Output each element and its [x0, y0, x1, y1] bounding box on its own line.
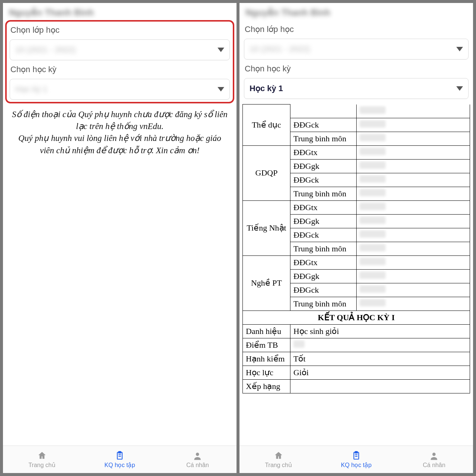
nav-label: Trang chủ: [28, 461, 55, 469]
semester-select[interactable]: Học kỳ 1: [10, 79, 230, 100]
summary-row: Điểm TB: [243, 338, 470, 352]
svg-rect-1: [119, 451, 121, 453]
metric-cell: ĐĐGck: [290, 173, 357, 187]
summary-label: Học lực: [243, 366, 290, 379]
class-select[interactable]: 10 (2021 - 2022): [10, 39, 230, 60]
class-select[interactable]: 10 (2021 - 2022): [244, 39, 469, 60]
summary-label: Xếp hạng: [243, 379, 290, 393]
metric-cell: Trung bình môn: [290, 297, 357, 311]
summary-label: Hạnh kiểm: [243, 352, 290, 366]
home-icon: [37, 450, 47, 461]
chevron-down-icon: [456, 86, 463, 91]
subject-cell: GDQP: [243, 145, 290, 200]
metric-cell: ĐĐGck: [290, 118, 357, 132]
summary-row: Hạnh kiểmTốt: [243, 352, 470, 366]
semester-label: Chọn học kỳ: [244, 62, 469, 75]
value-cell: [357, 132, 470, 145]
nav-label: Cá nhân: [186, 462, 209, 469]
nav-results[interactable]: KQ học tập: [81, 446, 158, 473]
semester-label: Chọn học kỳ: [10, 63, 230, 76]
summary-value: Học sinh giỏi: [290, 324, 470, 338]
value-cell: [357, 228, 470, 242]
clipboard-icon: [351, 450, 361, 461]
value-cell: [357, 214, 470, 228]
metric-cell: ĐĐGgk: [290, 214, 357, 228]
chevron-down-icon: [218, 48, 224, 52]
nav-home[interactable]: Trang chủ: [3, 446, 81, 473]
class-label: Chọn lớp học: [10, 24, 230, 36]
class-label: Chọn lớp học: [244, 23, 469, 36]
nav-label: Trang chủ: [265, 461, 292, 469]
semester-select[interactable]: Học kỳ 1: [244, 78, 469, 99]
value-cell: [357, 118, 470, 132]
metric-cell: Trung bình môn: [290, 187, 357, 200]
bottom-nav: Trang chủ KQ học tập Cá nhân: [239, 446, 473, 473]
table-row: GDQP ĐĐGtx: [243, 145, 470, 159]
screen-left: Nguyễn Thanh Bình Chọn lớp học 10 (2021 …: [3, 3, 237, 473]
value-cell: [357, 145, 470, 159]
value-cell: [357, 173, 470, 187]
class-select-value: 10 (2021 - 2022): [250, 44, 310, 54]
info-message: Số điện thoại của Quý phụ huynh chưa đượ…: [3, 103, 237, 162]
nav-profile[interactable]: Cá nhân: [159, 446, 237, 473]
metric-cell: ĐĐGtx: [290, 255, 357, 269]
svg-point-9: [432, 453, 436, 456]
value-cell: [357, 269, 470, 283]
semester-select-value: Học kỳ 1: [250, 84, 283, 93]
metric-cell: ĐĐGgk: [290, 269, 357, 283]
bottom-nav: Trang chủ KQ học tập Cá nhân: [3, 446, 237, 473]
selectors-group-highlight: Chọn lớp học 10 (2021 - 2022) Chọn học k…: [5, 20, 234, 103]
svg-point-4: [196, 453, 199, 456]
summary-row: Xếp hạng: [243, 379, 470, 393]
grades-table-area: Thể dục ĐĐGck Trung bình môn GDQP ĐĐGtx …: [239, 102, 473, 446]
metric-cell: ĐĐGtx: [290, 200, 357, 214]
metric-cell: ĐĐGck: [290, 283, 357, 297]
metric-cell: ĐĐGck: [290, 228, 357, 242]
value-cell: [357, 255, 470, 269]
chevron-down-icon: [218, 87, 224, 91]
info-message-line: Quý phụ huynh vui lòng liên hệ với nhà t…: [10, 132, 229, 156]
nav-label: KQ học tập: [104, 461, 135, 469]
table-row: Nghề PT ĐĐGtx: [243, 255, 470, 269]
nav-label: KQ học tập: [341, 461, 372, 469]
value-cell: [357, 159, 470, 173]
selectors-group: Chọn lớp học 10 (2021 - 2022) Chọn học k…: [239, 20, 473, 102]
table-row: Tiếng Nhật ĐĐGtx: [243, 200, 470, 214]
metric-cell: ĐĐGgk: [290, 159, 357, 173]
student-name: Nguyễn Thanh Bình: [239, 3, 473, 20]
grades-table: Thể dục ĐĐGck Trung bình môn GDQP ĐĐGtx …: [242, 104, 470, 393]
subject-cell: Tiếng Nhật: [243, 200, 290, 255]
summary-row: Danh hiệuHọc sinh giỏi: [243, 324, 470, 338]
metric-cell: [290, 104, 357, 118]
value-cell: [357, 200, 470, 214]
value-cell: [357, 187, 470, 200]
nav-label: Cá nhân: [423, 462, 446, 469]
subject-cell: Nghề PT: [243, 255, 290, 311]
chevron-down-icon: [456, 47, 463, 51]
summary-label: Điểm TB: [243, 338, 290, 352]
screen-right: Nguyễn Thanh Bình Chọn lớp học 10 (2021 …: [239, 3, 473, 473]
value-cell: [357, 242, 470, 255]
person-icon: [429, 451, 439, 461]
summary-value: [290, 338, 470, 352]
summary-value: Tốt: [290, 352, 470, 366]
value-cell: [357, 283, 470, 297]
person-icon: [192, 451, 203, 461]
value-cell: [357, 297, 470, 311]
summary-value: [290, 379, 470, 393]
class-select-value: 10 (2021 - 2022): [15, 45, 76, 55]
info-message-line: Số điện thoại của Quý phụ huynh chưa đượ…: [10, 109, 229, 132]
summary-value: Giỏi: [290, 366, 470, 379]
metric-cell: Trung bình môn: [290, 132, 357, 145]
table-row: Thể dục: [243, 104, 470, 118]
summary-label: Danh hiệu: [243, 324, 290, 338]
svg-rect-6: [355, 451, 358, 453]
nav-home[interactable]: Trang chủ: [239, 446, 317, 473]
nav-profile[interactable]: Cá nhân: [395, 446, 473, 473]
metric-cell: Trung bình môn: [290, 242, 357, 255]
summary-row: Học lựcGiỏi: [243, 366, 470, 379]
semester-select-value: Học kỳ 1: [15, 84, 47, 94]
summary-header: KẾT QUẢ HỌC KỲ I: [243, 311, 470, 324]
nav-results[interactable]: KQ học tập: [317, 446, 395, 473]
student-name: Nguyễn Thanh Bình: [3, 3, 237, 20]
